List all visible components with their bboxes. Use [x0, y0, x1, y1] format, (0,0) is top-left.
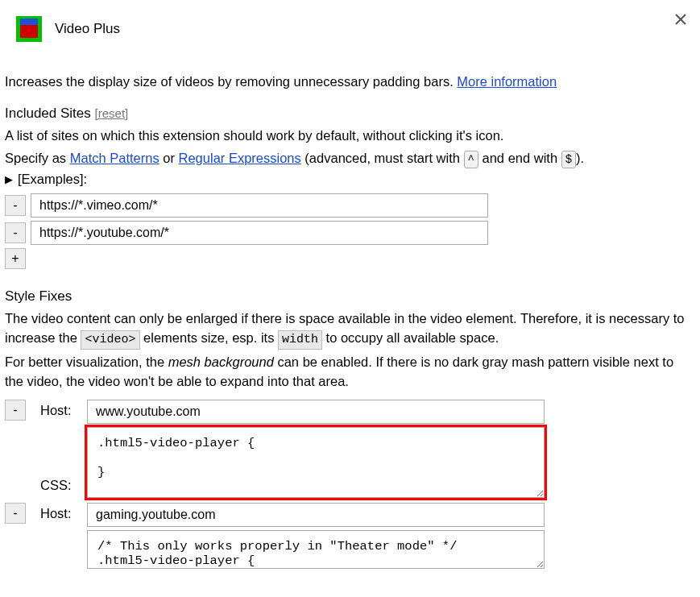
style-fixes-heading: Style Fixes: [5, 288, 695, 305]
css-textarea[interactable]: [87, 530, 545, 569]
included-sites-help-1: A list of sites on which this extension …: [5, 126, 695, 146]
regex-link[interactable]: Regular Expressions: [179, 151, 301, 165]
examples-label: [Examples]:: [18, 172, 87, 187]
more-information-link[interactable]: More information: [457, 74, 557, 89]
remove-site-button[interactable]: -: [5, 222, 26, 243]
included-sites-heading: Included Sites [reset]: [5, 106, 695, 122]
code-width: width: [278, 330, 322, 350]
host-label: Host:: [40, 400, 81, 418]
site-row: -: [5, 193, 695, 218]
site-url-input[interactable]: [31, 221, 488, 245]
host-input[interactable]: [87, 400, 545, 424]
style-fixes-help-2: For better visualization, the mesh backg…: [5, 353, 695, 392]
remove-fix-button[interactable]: -: [5, 503, 26, 524]
css-label: CSS:: [40, 475, 81, 498]
app-title: Video Plus: [55, 21, 120, 37]
mesh-background-italic: mesh background: [168, 354, 274, 369]
app-logo-icon: [16, 16, 42, 42]
add-site-button[interactable]: +: [5, 248, 26, 269]
site-url-input[interactable]: [31, 193, 488, 218]
match-patterns-link[interactable]: Match Patterns: [70, 151, 159, 165]
included-sites-help-2: Specify as Match Patterns or Regular Exp…: [5, 149, 695, 168]
host-label: Host:: [40, 503, 81, 521]
caret-key: ^: [464, 151, 478, 168]
remove-site-button[interactable]: -: [5, 195, 26, 216]
host-input[interactable]: [87, 503, 545, 527]
reset-link[interactable]: [reset]: [95, 106, 129, 120]
code-video-tag: <video>: [81, 330, 139, 350]
close-button[interactable]: [671, 10, 690, 29]
css-textarea[interactable]: [87, 427, 545, 498]
description-text: Increases the display size of videos by …: [5, 74, 695, 89]
style-fix-row: - Host:: [5, 503, 695, 569]
triangle-right-icon: ▶: [5, 173, 13, 185]
style-fixes-help-1: The video content can only be enlarged i…: [5, 309, 695, 350]
dollar-key: $: [561, 151, 576, 168]
description-main: Increases the display size of videos by …: [5, 74, 454, 89]
site-row: -: [5, 221, 695, 245]
dialog-header: Video Plus: [0, 0, 700, 50]
included-sites-title: Included Sites: [5, 106, 91, 121]
remove-fix-button[interactable]: -: [5, 400, 26, 421]
style-fix-row: - Host: CSS:: [5, 400, 695, 498]
examples-toggle[interactable]: ▶ [Examples]:: [5, 172, 695, 187]
